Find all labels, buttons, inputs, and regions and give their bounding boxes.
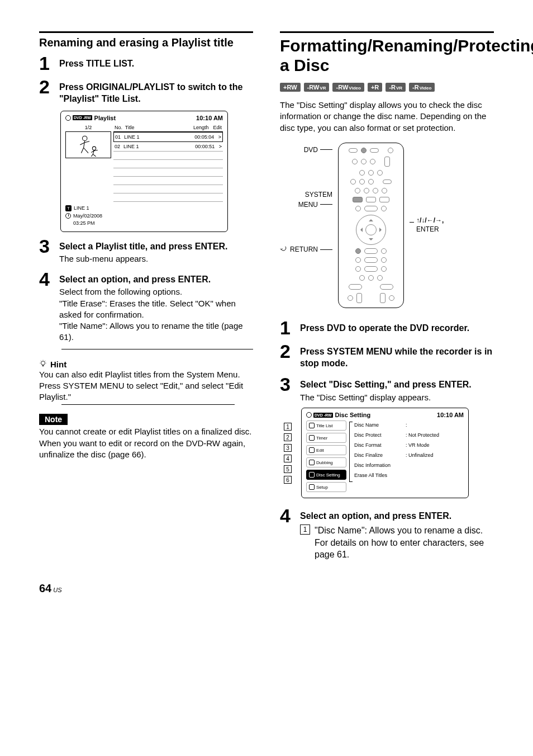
list-row <box>113 177 223 185</box>
r-step-2-title: Press SYSTEM MENU while the recorder is … <box>300 346 494 370</box>
callout-5: 5 <box>284 465 292 473</box>
disc-setting-screen: 1 2 3 4 5 6 DVD -RW Disc Setting 10:10 A… <box>301 408 469 498</box>
list-row <box>113 152 223 160</box>
callout-1: 1 <box>284 423 292 431</box>
step-number: 2 <box>280 342 292 361</box>
svg-point-0 <box>83 136 87 140</box>
page-lang: US <box>53 587 61 593</box>
step-3: 3 Select a Playlist title, and press ENT… <box>39 237 253 265</box>
menu-item: Setup <box>306 482 346 492</box>
disc-tag: +R <box>368 83 382 92</box>
step-2: 2 Press ORIGINAL/PLAYLIST to switch to t… <box>39 77 253 106</box>
r-step-1-title: Press DVD to operate the DVD recorder. <box>300 323 494 334</box>
title-icon: T <box>65 205 72 211</box>
list-row <box>113 185 223 193</box>
foot-time: 03:25 PM <box>73 220 95 226</box>
screen-clock: 10:10 AM <box>437 412 464 418</box>
step-4-title: Select an option, and press ENTER. <box>59 274 253 286</box>
list-row: 01LINE 1 00:05:04 > <box>113 132 223 142</box>
callout-3: 3 <box>284 444 292 452</box>
hint-title: Hint <box>50 360 66 369</box>
disc-tags: +RW -RWVR -RWVideo +R -RVR -RVideo <box>280 83 494 92</box>
step-4: 4 Select an option, and press ENTER. Sel… <box>39 270 253 343</box>
col-no: No. <box>115 125 122 130</box>
list-row: 02LINE 1 00:00:51 > <box>113 142 223 152</box>
enum-1-text-b: For details on how to enter characters, … <box>315 537 494 561</box>
remote-diagram: DVD SYSTEM MENU RETURN <box>280 143 494 308</box>
menu-item: Timer <box>306 433 346 443</box>
dpad-icon <box>356 215 386 245</box>
left-column: Renaming and erasing a Playlist title 1 … <box>39 31 253 565</box>
disc-icon: DVD -RW <box>65 115 92 121</box>
enum-1-text-a: "Disc Name": Allows you to rename a disc… <box>315 525 494 537</box>
col-edit: Edit <box>213 125 222 130</box>
menu-item: Dubbing <box>306 457 346 467</box>
list-row <box>113 193 223 202</box>
disc-setting-icon <box>309 472 315 478</box>
right-column: Formatting/Renaming/Protecting a Disc +R… <box>280 31 494 565</box>
menu-item-active: Disc Setting <box>306 470 346 480</box>
rule <box>280 31 494 33</box>
step-4-desc: Select from the following options. <box>59 286 253 297</box>
left-heading: Renaming and erasing a Playlist title <box>39 36 253 49</box>
screen-clock: 10:10 AM <box>196 115 223 121</box>
rule <box>39 31 253 33</box>
disc-tag: +RW <box>280 83 301 92</box>
callout-6: 6 <box>284 476 292 484</box>
disc-tag: -RVideo <box>409 83 435 92</box>
foot-date: May/02/2008 <box>73 213 102 219</box>
menu-item: Title List <box>306 420 346 431</box>
disc-tag: -RVR <box>386 83 406 92</box>
thumbnail <box>65 131 111 158</box>
disc-tag: -RWVR <box>304 83 330 92</box>
r-step-4: 4 Select an option, and press ENTER. 1 "… <box>280 506 494 561</box>
screen-title: Playlist <box>94 115 116 121</box>
r-step-4-title: Select an option, and press ENTER. <box>300 511 494 522</box>
screen-title: Disc Setting <box>335 412 371 418</box>
list-row <box>113 168 223 177</box>
step-number: 1 <box>280 318 292 337</box>
setup-icon <box>309 484 315 490</box>
step-number: 4 <box>39 270 51 289</box>
note-text: You cannot create or edit Playlist title… <box>39 426 253 460</box>
step-3-title: Select a Playlist title, and press ENTER… <box>59 241 253 253</box>
step-4-desc: "Title Name": Allows you to rename the t… <box>59 320 253 343</box>
step-number: 2 <box>39 77 51 96</box>
r-step-3-desc: The "Disc Setting" display appears. <box>300 392 494 403</box>
right-heading: Formatting/Renaming/Protecting a Disc <box>280 36 494 75</box>
hint-header: Hint <box>39 360 253 369</box>
step-3-desc: The sub-menu appears. <box>59 253 253 264</box>
r-step-3: 3 Select "Disc Setting," and press ENTER… <box>280 375 494 403</box>
setting-row: Disc Name: <box>350 420 464 429</box>
timer-icon <box>309 435 315 441</box>
step-number: 3 <box>39 237 51 256</box>
separator <box>61 349 253 349</box>
step-4-desc: "Title Erase": Erases the title. Select … <box>59 298 253 321</box>
setting-row: Erase All Titles <box>350 471 464 480</box>
svg-point-2 <box>41 361 45 365</box>
label-system-menu: SYSTEM MENU <box>298 191 332 209</box>
menu-item: Edit <box>306 445 346 455</box>
r-step-2: 2 Press SYSTEM MENU while the recorder i… <box>280 342 494 371</box>
hint-text: You can also edit Playlist titles from t… <box>39 369 253 403</box>
disc-tag: -RWVideo <box>332 83 364 92</box>
bulb-icon <box>39 360 47 369</box>
step-1: 1 Press TITLE LIST. <box>39 54 253 73</box>
label-nav: ↑/↓/←/→, <box>410 216 444 224</box>
edit-icon <box>309 447 315 453</box>
disc-icon: DVD -RW <box>306 412 333 418</box>
r-step-1: 1 Press DVD to operate the DVD recorder. <box>280 318 494 337</box>
callout-4: 4 <box>284 455 292 462</box>
r-step-3-title: Select "Disc Setting," and press ENTER. <box>300 379 494 391</box>
label-dvd: DVD <box>304 146 332 154</box>
page-footer: 64 US <box>39 582 494 595</box>
col-title: Title <box>125 125 135 130</box>
page-number: 64 <box>39 582 51 595</box>
label-enter: ENTER <box>410 225 444 233</box>
step-number: 3 <box>280 375 292 394</box>
step-1-title: Press TITLE LIST. <box>59 58 253 70</box>
title-list-icon <box>309 423 315 428</box>
callout-2: 2 <box>284 433 292 441</box>
setting-row: Disc Information <box>350 461 464 470</box>
label-return: RETURN <box>280 245 332 254</box>
